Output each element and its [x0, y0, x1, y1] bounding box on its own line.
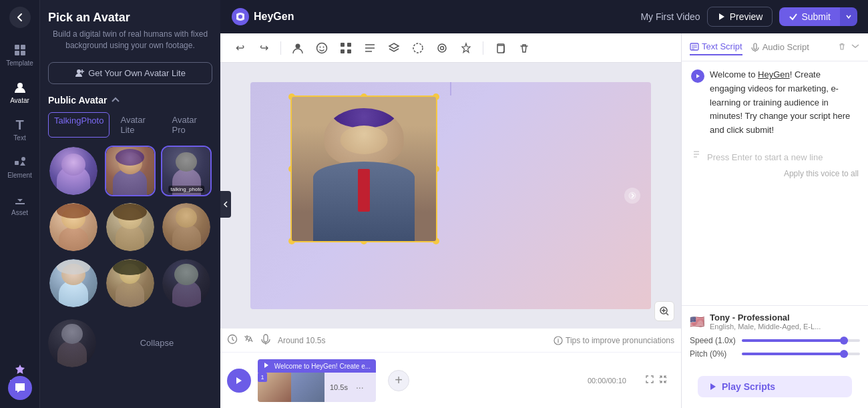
speed-thumb[interactable]: [840, 337, 848, 345]
clock-icon[interactable]: [227, 334, 238, 347]
timeline-clip[interactable]: 1 10.5s ···: [258, 373, 376, 402]
sidebar-item-element[interactable]: Element: [3, 150, 37, 184]
avatar-collapse-placeholder[interactable]: [161, 258, 212, 309]
new-line-placeholder[interactable]: Press Enter to start a new line: [707, 152, 823, 162]
tab-avatar-pro[interactable]: Avatar Pro: [167, 112, 212, 138]
new-line-row: Press Enter to start a new line: [691, 144, 859, 165]
submit-button[interactable]: Submit: [779, 7, 840, 26]
sidebar-item-avatar[interactable]: Avatar: [3, 75, 37, 110]
avatar-panel: Pick an Avatar Build a digital twin of r…: [40, 0, 220, 408]
avatar-item-7[interactable]: [48, 258, 99, 309]
sidebar-item-asset[interactable]: Asset: [3, 187, 37, 222]
person-icon: [292, 42, 304, 54]
tips-link[interactable]: Tips to improve pronunciations: [554, 336, 674, 345]
content-area: ↩ ↪: [220, 33, 868, 408]
canvas-avatar[interactable]: [290, 95, 437, 242]
delete-icon: [518, 42, 530, 54]
avatar-item-talking[interactable]: talking_photo: [161, 146, 212, 196]
delete-button[interactable]: [514, 38, 534, 58]
person-button[interactable]: [288, 38, 308, 58]
layers-button[interactable]: [384, 38, 404, 58]
voice-desc: English, Male, Middle-Aged, E-L...: [710, 323, 860, 331]
tab-talking-photo[interactable]: TalkingPhoto: [48, 112, 110, 138]
script-delete-button[interactable]: [837, 41, 847, 53]
play-indicator: [691, 69, 704, 83]
collapse-label: Collapse: [140, 338, 174, 348]
avatar-item-8[interactable]: [105, 258, 156, 309]
align-button[interactable]: [360, 38, 380, 58]
panel-collapse-arrow[interactable]: [220, 191, 231, 218]
magic-button[interactable]: [456, 38, 476, 58]
avatar-item-4[interactable]: [48, 202, 99, 252]
pitch-slider[interactable]: [742, 353, 860, 355]
timeline-top-bar: Around 10.5s Tips to improve pronunciati…: [220, 329, 681, 353]
public-avatar-title: Public Avatar: [48, 95, 120, 106]
svg-point-26: [629, 192, 636, 199]
around-duration: Around 10.5s: [278, 336, 325, 345]
audio-script-icon: [750, 43, 760, 52]
svg-rect-3: [21, 51, 25, 55]
shape-button[interactable]: [432, 38, 452, 58]
timeline-expand-icons: [638, 375, 674, 386]
zoom-icon: [659, 306, 670, 317]
mask-button[interactable]: [408, 38, 428, 58]
copy-button[interactable]: [490, 38, 510, 58]
pitch-fill: [742, 353, 848, 355]
chat-button[interactable]: [8, 376, 32, 400]
expand-icon-2[interactable]: [658, 375, 668, 386]
right-panel: Text Script Audio Script: [681, 33, 868, 408]
tab-text-script[interactable]: Text Script: [690, 39, 742, 55]
svg-point-13: [320, 46, 321, 47]
script-content: Welcome to HeyGen! Create engaging video…: [682, 61, 868, 305]
undo-button[interactable]: ↩: [230, 38, 250, 58]
svg-rect-5: [15, 161, 19, 165]
script-expand-button[interactable]: [851, 41, 860, 53]
play-scripts-button[interactable]: Play Scripts: [698, 376, 852, 397]
avatar-item-1[interactable]: [48, 146, 99, 196]
align-icon: [364, 42, 376, 54]
mask-icon: [412, 42, 424, 54]
preview-button[interactable]: Preview: [707, 7, 773, 27]
sidebar-item-template[interactable]: Template: [3, 37, 37, 72]
pitch-thumb[interactable]: [840, 350, 848, 358]
clip-menu-button[interactable]: ···: [353, 382, 367, 393]
sidebar-item-text[interactable]: T Text: [3, 112, 37, 147]
user-plus-icon: [75, 68, 84, 77]
script-text-block[interactable]: Welcome to HeyGen! Create engaging video…: [710, 68, 859, 138]
submit-dropdown-button[interactable]: [840, 7, 857, 26]
collapse-button[interactable]: Collapse: [101, 338, 212, 348]
play-scripts-label: Play Scripts: [722, 381, 775, 392]
asset-icon: [13, 192, 27, 207]
translate-icon[interactable]: [243, 334, 254, 347]
emoji-button[interactable]: [312, 38, 332, 58]
tab-avatar-lite[interactable]: Avatar Lite: [115, 112, 161, 138]
add-scene-button[interactable]: +: [388, 370, 409, 391]
voice-settings-icon[interactable]: [260, 334, 271, 347]
text-script-icon: [690, 42, 699, 51]
avatar-bottom[interactable]: [48, 319, 96, 367]
expand-icon-1[interactable]: [645, 375, 654, 386]
avatar-item-5[interactable]: [105, 202, 156, 252]
svg-point-11: [296, 43, 300, 48]
top-bar-right: My First Video Preview Submit: [640, 7, 857, 27]
grid-button[interactable]: [336, 38, 356, 58]
canvas-forward-arrow[interactable]: [624, 188, 640, 204]
tab-audio-script[interactable]: Audio Script: [750, 39, 809, 55]
canvas-background: [250, 82, 651, 309]
zoom-button[interactable]: [654, 301, 674, 321]
svg-rect-15: [341, 43, 345, 47]
sidebar-label-template: Template: [6, 59, 33, 67]
back-button[interactable]: [9, 7, 31, 28]
avatar-item-2[interactable]: [105, 146, 156, 196]
pricing-icon: [13, 363, 27, 377]
svg-rect-2: [15, 51, 19, 55]
sidebar-label-element: Element: [7, 172, 32, 179]
get-avatar-button[interactable]: Get Your Own Avatar Lite: [48, 62, 212, 84]
avatar-item-6[interactable]: [161, 202, 212, 252]
timeline-play-button[interactable]: [227, 369, 251, 393]
apply-voice-button[interactable]: Apply this voice to all: [691, 169, 859, 178]
redo-button[interactable]: ↪: [254, 38, 274, 58]
speed-slider[interactable]: [742, 339, 860, 342]
template-icon: [13, 43, 27, 57]
heygen-logo-icon: [231, 7, 250, 26]
